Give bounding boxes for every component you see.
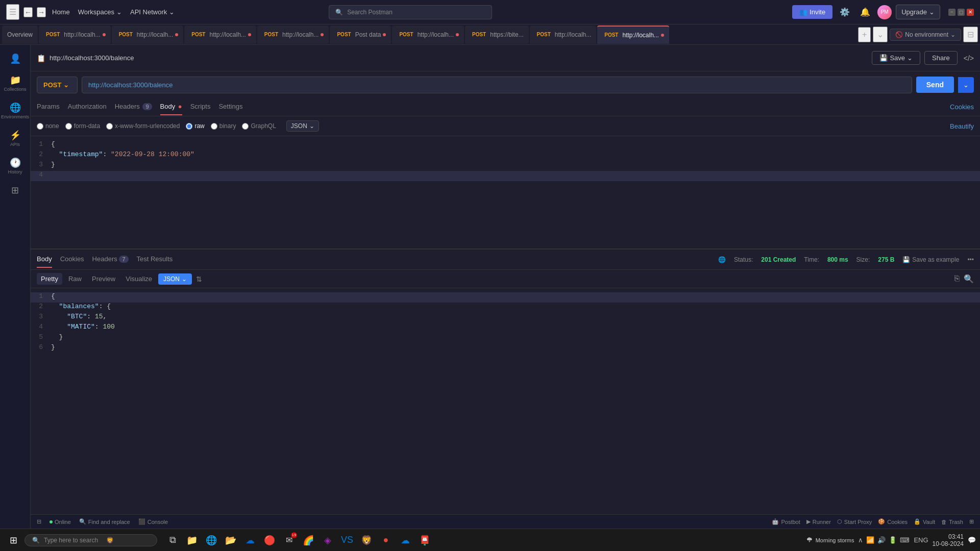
home-link[interactable]: Home: [50, 8, 72, 16]
url-input[interactable]: [82, 77, 912, 93]
upgrade-button[interactable]: Upgrade ⌄: [896, 5, 940, 19]
taskbar-app-mail[interactable]: ✉ 19: [280, 531, 298, 549]
expand-button[interactable]: ⊞: [969, 518, 974, 525]
req-tab-scripts[interactable]: Scripts: [190, 98, 211, 115]
battery-icon[interactable]: 🔋: [889, 536, 897, 544]
tab-post-bite[interactable]: POST https://bite...: [465, 26, 529, 44]
method-selector[interactable]: POST ⌄: [37, 77, 78, 93]
tabs-dropdown-button[interactable]: ⌄: [873, 27, 888, 42]
runner-button[interactable]: ▶ Runner: [806, 518, 831, 525]
radio-form-data[interactable]: form-data: [65, 122, 100, 130]
start-proxy-button[interactable]: ⬡ Start Proxy: [837, 518, 872, 525]
online-status[interactable]: Online: [50, 519, 71, 525]
close-button[interactable]: ✕: [967, 9, 974, 16]
taskbar-app-vscode[interactable]: VS: [338, 531, 356, 549]
layout-icon[interactable]: ⊟: [963, 27, 978, 42]
beautify-button[interactable]: Beautify: [950, 122, 974, 130]
fmt-tab-pretty[interactable]: Pretty: [37, 273, 62, 285]
avatar[interactable]: PM: [877, 5, 892, 19]
sidebar-item-profile[interactable]: 👤: [2, 49, 29, 68]
code-icon[interactable]: </>: [964, 54, 974, 62]
tab-post-1[interactable]: POST http://localh...: [39, 26, 111, 44]
postbot-button[interactable]: 🤖 Postbot: [772, 518, 800, 525]
res-tab-test-results[interactable]: Test Results: [137, 251, 173, 268]
taskbar-app-brave[interactable]: 🦁: [357, 531, 376, 549]
taskbar-app-edge[interactable]: 🌐: [202, 531, 220, 549]
res-tab-body[interactable]: Body: [37, 251, 52, 268]
vault-button[interactable]: 🔒 Vault: [914, 518, 935, 525]
req-tab-body[interactable]: Body ●: [160, 98, 182, 115]
workspaces-menu[interactable]: Workspaces ⌄: [76, 8, 124, 16]
sidebar-item-flows[interactable]: ⊞: [2, 181, 29, 200]
taskbar-app-copilot[interactable]: ◈: [318, 531, 337, 549]
maximize-button[interactable]: ◻: [958, 9, 965, 16]
request-code-editor[interactable]: 1 { 2 "timestamp": "2022-09-28 12:00:00"…: [31, 136, 980, 248]
req-tab-authorization[interactable]: Authorization: [68, 98, 107, 115]
tab-post-2[interactable]: POST http://localh...: [112, 26, 184, 44]
keyboard-icon[interactable]: ⌨: [900, 536, 910, 544]
tab-post-3[interactable]: POST http://localh...: [184, 26, 256, 44]
sidebar-item-apis[interactable]: ⚡ APIs: [2, 126, 29, 151]
send-dropdown-button[interactable]: ⌄: [958, 77, 974, 93]
req-tab-params[interactable]: Params: [37, 98, 60, 115]
fmt-tab-preview[interactable]: Preview: [88, 273, 119, 285]
notification-icon[interactable]: 💬: [968, 536, 976, 544]
forward-button[interactable]: →: [37, 7, 46, 17]
tab-post-5[interactable]: POST http://localh...: [392, 26, 464, 44]
invite-button[interactable]: 👥 Invite: [792, 5, 832, 19]
taskbar-app-files[interactable]: 📂: [222, 531, 240, 549]
notifications-icon[interactable]: 🔔: [857, 5, 873, 19]
filter-icon[interactable]: ⇅: [196, 275, 202, 283]
trash-button[interactable]: 🗑 Trash: [941, 519, 963, 525]
cookies-button[interactable]: 🍪 Cookies: [878, 518, 908, 525]
sidebar-item-environments[interactable]: 🌐 Environments: [2, 98, 29, 123]
req-tab-settings[interactable]: Settings: [218, 98, 242, 115]
add-tab-button[interactable]: +: [858, 27, 871, 42]
taskbar-app-onedrive[interactable]: ☁: [241, 531, 259, 549]
save-as-example-button[interactable]: 💾 Save as example: [902, 256, 959, 263]
more-options-button[interactable]: •••: [967, 256, 974, 263]
environment-selector[interactable]: 🚫 No environment ⌄: [890, 29, 961, 41]
minimize-button[interactable]: −: [948, 9, 955, 16]
search-response-button[interactable]: 🔍: [964, 274, 974, 284]
tab-post-active[interactable]: POST http://localh...: [597, 26, 669, 44]
sidebar-item-collections[interactable]: 📁 Collections: [2, 70, 29, 96]
console-button[interactable]: ⬛ Console: [138, 518, 168, 525]
copy-response-button[interactable]: ⎘: [954, 274, 960, 284]
taskbar-app-chrome2[interactable]: ●: [377, 531, 395, 549]
taskbar-time[interactable]: 03:41 10-08-2024: [933, 533, 964, 547]
tab-overview[interactable]: Overview: [2, 26, 38, 44]
settings-icon[interactable]: ⚙️: [837, 5, 853, 19]
back-button[interactable]: ←: [23, 7, 33, 17]
res-tab-headers[interactable]: Headers 7: [92, 251, 129, 268]
cookies-link[interactable]: Cookies: [950, 103, 974, 111]
sidebar-item-history[interactable]: 🕐 History: [2, 153, 29, 179]
radio-raw[interactable]: raw: [186, 122, 204, 130]
language-label[interactable]: ENG: [914, 536, 928, 544]
taskbar-app-chrome[interactable]: 🔴: [260, 531, 279, 549]
tab-post-6[interactable]: POST http://localh...: [530, 26, 597, 44]
req-tab-headers[interactable]: Headers 9: [115, 98, 152, 115]
tab-post-data[interactable]: POST Post data: [330, 26, 391, 44]
res-tab-cookies[interactable]: Cookies: [60, 251, 84, 268]
fmt-tab-visualize[interactable]: Visualize: [121, 273, 156, 285]
send-button[interactable]: Send: [916, 77, 954, 93]
taskbar-app-explorer[interactable]: 📁: [183, 531, 201, 549]
search-bar[interactable]: 🔍 Search Postman: [329, 5, 492, 19]
json-format-button[interactable]: JSON ⌄: [158, 273, 192, 285]
taskbar-search[interactable]: 🔍 Type here to search 🦁: [24, 534, 157, 546]
wifi-icon[interactable]: 📶: [866, 536, 874, 544]
menu-icon[interactable]: ☰: [6, 4, 19, 20]
share-button[interactable]: Share: [924, 51, 958, 65]
show-hidden-icon[interactable]: ∧: [858, 536, 863, 544]
json-type-selector[interactable]: JSON ⌄: [286, 120, 319, 132]
taskbar-app-postman[interactable]: 📮: [415, 531, 434, 549]
fmt-tab-raw[interactable]: Raw: [64, 273, 86, 285]
api-network-menu[interactable]: API Network ⌄: [128, 8, 177, 16]
find-replace-button[interactable]: 🔍 Find and replace: [79, 518, 130, 525]
radio-binary[interactable]: binary: [211, 122, 236, 130]
volume-icon[interactable]: 🔊: [877, 536, 886, 544]
taskbar-app-logo1[interactable]: 🌈: [299, 531, 317, 549]
windows-start-button[interactable]: ⊞: [4, 531, 22, 549]
radio-none[interactable]: none: [37, 122, 59, 130]
